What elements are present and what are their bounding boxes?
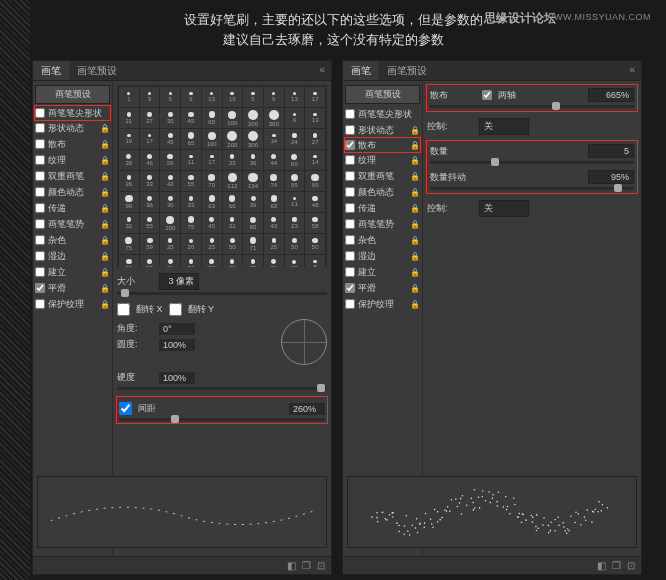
brush-thumb[interactable]: 24 (285, 129, 305, 149)
brush-thumb[interactable]: 100 (202, 129, 222, 149)
brush-thumb[interactable]: 45 (202, 213, 222, 233)
brush-thumb[interactable]: 55 (181, 171, 201, 191)
sidebar-item[interactable]: 传递🔒 (35, 200, 110, 216)
brush-thumb[interactable]: 59 (140, 234, 160, 254)
sidebar-checkbox[interactable] (35, 203, 45, 213)
sidebar-item[interactable]: 保护纹理🔒 (35, 296, 110, 312)
brush-thumb[interactable]: 71 (243, 234, 263, 254)
sidebar-checkbox[interactable] (35, 171, 45, 181)
sidebar-checkbox[interactable] (345, 140, 355, 150)
brush-thumb[interactable]: 11 (285, 192, 305, 212)
sidebar-checkbox[interactable] (345, 203, 355, 213)
brush-thumb[interactable]: 74 (264, 171, 284, 191)
preset-button-r[interactable]: 画笔预设 (345, 85, 420, 104)
sidebar-checkbox[interactable] (35, 251, 45, 261)
brush-thumb[interactable]: 55 (140, 213, 160, 233)
sidebar-checkbox[interactable] (345, 171, 355, 181)
sidebar-item[interactable]: 保护纹理🔒 (345, 296, 420, 312)
brush-thumb[interactable]: 48 (305, 192, 325, 212)
angle-value[interactable]: 0° (159, 323, 195, 335)
brush-thumb[interactable]: 39 (119, 150, 139, 170)
sidebar-item[interactable]: 传递🔒 (345, 200, 420, 216)
brush-thumb[interactable]: 25 (223, 255, 243, 267)
sidebar-item[interactable]: 画笔笔势🔒 (35, 216, 110, 232)
brush-thumb[interactable]: 36 (160, 192, 180, 212)
preset-button[interactable]: 画笔预设 (35, 85, 110, 104)
sidebar-checkbox[interactable] (35, 283, 45, 293)
brush-thumb[interactable]: 13 (202, 87, 222, 107)
brush-thumb[interactable]: 63 (202, 192, 222, 212)
sidebar-checkbox[interactable] (345, 187, 355, 197)
brush-thumb[interactable]: 42 (160, 171, 180, 191)
sidebar-checkbox[interactable] (35, 155, 45, 165)
sidebar-checkbox[interactable] (345, 155, 355, 165)
sidebar-item[interactable]: 画笔笔尖形状 (345, 106, 420, 122)
sidebar-checkbox[interactable] (345, 125, 355, 135)
count-value[interactable]: 5 (588, 144, 634, 158)
brush-thumb[interactable]: 1 (119, 87, 139, 107)
brush-thumb[interactable]: 200 (243, 108, 263, 128)
sidebar-checkbox[interactable] (345, 283, 355, 293)
flipy-checkbox[interactable] (169, 303, 182, 316)
brush-thumb[interactable]: 27 (140, 108, 160, 128)
brush-thumb[interactable]: 300 (243, 129, 263, 149)
brush-thumb[interactable]: 43 (264, 213, 284, 233)
brush-thumb[interactable]: 9 (285, 108, 305, 128)
brush-thumb[interactable]: 5 (160, 87, 180, 107)
brush-thumb[interactable]: 50 (305, 234, 325, 254)
sidebar-item[interactable]: 建立🔒 (345, 264, 420, 280)
brush-thumb[interactable]: 9 (264, 87, 284, 107)
brush-thumb[interactable]: 45 (160, 129, 180, 149)
brush-thumb[interactable]: 23 (285, 213, 305, 233)
brush-thumb[interactable]: 46 (140, 150, 160, 170)
brush-thumb[interactable]: 200 (223, 129, 243, 149)
sidebar-item[interactable]: 形状动态🔒 (35, 120, 110, 136)
sidebar-checkbox[interactable] (345, 235, 355, 245)
sidebar-item[interactable]: 颜色动态🔒 (35, 184, 110, 200)
brush-thumb[interactable]: 95 (305, 171, 325, 191)
brush-thumb[interactable]: 50 (119, 255, 139, 267)
brush-thumb[interactable]: 14 (305, 150, 325, 170)
brush-thumb[interactable]: 36 (243, 150, 263, 170)
brush-thumb[interactable]: 112 (223, 171, 243, 191)
sidebar-checkbox[interactable] (345, 219, 355, 229)
sidebar-checkbox[interactable] (35, 187, 45, 197)
footer-icon1-r[interactable]: ◧ (597, 560, 606, 571)
sidebar-item[interactable]: 散布🔒 (344, 137, 421, 153)
brush-thumb[interactable]: 35 (160, 108, 180, 128)
brush-thumb[interactable]: 50 (223, 234, 243, 254)
sidebar-checkbox[interactable] (35, 108, 45, 118)
brush-thumb[interactable]: 20 (181, 234, 201, 254)
footer-icon1[interactable]: ◧ (287, 560, 296, 571)
brush-thumb[interactable]: 36 (140, 192, 160, 212)
brush-thumb[interactable]: 25 (160, 234, 180, 254)
brush-thumb[interactable]: 100 (160, 213, 180, 233)
footer-icon2[interactable]: ❐ (302, 560, 311, 571)
brush-thumb[interactable]: 65 (181, 129, 201, 149)
brush-thumb[interactable]: 20 (285, 255, 305, 267)
sidebar-item[interactable]: 建立🔒 (35, 264, 110, 280)
brush-thumb[interactable]: 26 (119, 171, 139, 191)
count-jitter-slider[interactable] (430, 187, 634, 190)
sidebar-item[interactable]: 湿边🔒 (345, 248, 420, 264)
size-slider[interactable] (117, 292, 327, 295)
brush-thumb[interactable]: 95 (285, 171, 305, 191)
brush-thumb[interactable]: 50 (140, 255, 160, 267)
brush-thumb[interactable]: 19 (223, 87, 243, 107)
tab-brush[interactable]: 画笔 (33, 61, 69, 80)
panel-menu-icon-r[interactable]: « (623, 61, 641, 80)
brush-thumb[interactable]: 300 (264, 108, 284, 128)
brush-thumb[interactable]: 33 (140, 171, 160, 191)
brush-thumb[interactable]: 13 (305, 108, 325, 128)
sidebar-item[interactable]: 纹理🔒 (35, 152, 110, 168)
brush-thumb[interactable]: 75 (119, 234, 139, 254)
sidebar-checkbox[interactable] (35, 299, 45, 309)
sidebar-checkbox[interactable] (345, 267, 355, 277)
sidebar-item[interactable]: 画笔笔势🔒 (345, 216, 420, 232)
brush-thumb[interactable]: 134 (243, 171, 263, 191)
brush-thumb[interactable]: 21 (223, 213, 243, 233)
sidebar-item[interactable]: 纹理🔒 (345, 152, 420, 168)
brush-thumb[interactable]: 27 (305, 129, 325, 149)
sidebar-item[interactable]: 画笔笔尖形状 (34, 105, 111, 121)
footer-icon3[interactable]: ⊡ (317, 560, 325, 571)
